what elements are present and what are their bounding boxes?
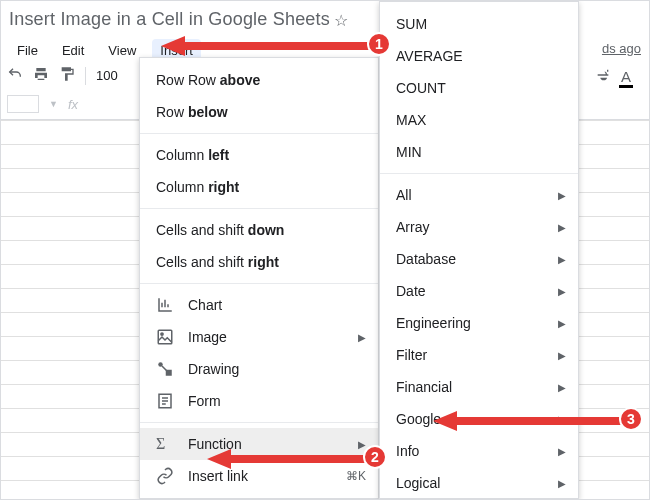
toolbar-separator: [85, 67, 86, 85]
function-icon: Σ: [156, 435, 174, 453]
func-sum[interactable]: SUM: [380, 8, 578, 40]
submenu-arrow-icon: ▶: [558, 382, 566, 393]
submenu-arrow-icon: ▶: [558, 222, 566, 233]
callout-2: 2: [363, 445, 387, 469]
menu-edit[interactable]: Edit: [54, 39, 92, 62]
annotation-arrow-3: [433, 409, 633, 433]
func-filter[interactable]: Filter▶: [380, 339, 578, 371]
toolbar: 100: [7, 66, 118, 85]
menu-row-below[interactable]: Row below: [140, 96, 378, 128]
menu-row-above[interactable]: Row Row aboveRow above: [140, 64, 378, 96]
svg-rect-3: [166, 370, 172, 376]
submenu-arrow-icon: ▶: [558, 478, 566, 489]
menu-item-label: Drawing: [188, 361, 239, 377]
menu-chart[interactable]: Chart: [140, 289, 378, 321]
func-average[interactable]: AVERAGE: [380, 40, 578, 72]
undo-icon[interactable]: [7, 66, 23, 85]
zoom-selector[interactable]: 100: [96, 68, 118, 83]
menu-separator: [380, 173, 578, 174]
submenu-arrow-icon: ▶: [558, 190, 566, 201]
svg-marker-5: [161, 36, 375, 56]
func-count[interactable]: COUNT: [380, 72, 578, 104]
svg-marker-7: [433, 411, 627, 431]
star-icon[interactable]: ☆: [334, 11, 348, 30]
drawing-icon: [156, 360, 174, 378]
submenu-arrow-icon: ▶: [558, 446, 566, 457]
name-box-dropdown-icon[interactable]: ▼: [49, 99, 58, 109]
keyboard-shortcut: ⌘K: [346, 469, 366, 483]
formula-bar: ▼ fx: [7, 95, 78, 113]
text-color-icon[interactable]: A: [621, 68, 631, 85]
menu-item-label: Form: [188, 393, 221, 409]
print-icon[interactable]: [33, 66, 49, 85]
func-array[interactable]: Array▶: [380, 211, 578, 243]
submenu-arrow-icon: ▶: [358, 332, 366, 343]
menu-cells-down[interactable]: Cells and shift down: [140, 214, 378, 246]
menu-separator: [140, 208, 378, 209]
func-date[interactable]: Date▶: [380, 275, 578, 307]
func-max[interactable]: MAX: [380, 104, 578, 136]
callout-3: 3: [619, 407, 643, 431]
func-min[interactable]: MIN: [380, 136, 578, 168]
text-format-tools: A: [595, 67, 631, 86]
svg-marker-6: [207, 449, 371, 469]
menu-file[interactable]: File: [9, 39, 46, 62]
paint-format-icon[interactable]: [59, 66, 75, 85]
strikethrough-icon[interactable]: [595, 67, 611, 86]
submenu-arrow-icon: ▶: [558, 350, 566, 361]
menu-separator: [140, 133, 378, 134]
menu-column-left[interactable]: Column left: [140, 139, 378, 171]
image-icon: [156, 328, 174, 346]
func-info[interactable]: Info▶: [380, 435, 578, 467]
last-edit-link[interactable]: ds ago: [602, 41, 641, 56]
menu-image[interactable]: Image ▶: [140, 321, 378, 353]
annotation-arrow-1: [161, 34, 381, 58]
chart-icon: [156, 296, 174, 314]
insert-dropdown-menu: Row Row aboveRow above Row below Column …: [139, 57, 379, 499]
annotation-arrow-2: [207, 447, 377, 471]
menu-item-label: Chart: [188, 297, 222, 313]
document-title[interactable]: Insert Image in a Cell in Google Sheets: [9, 9, 330, 30]
fx-icon: fx: [68, 97, 78, 112]
menu-drawing[interactable]: Drawing: [140, 353, 378, 385]
submenu-arrow-icon: ▶: [558, 318, 566, 329]
menu-column-right[interactable]: Column right: [140, 171, 378, 203]
callout-1: 1: [367, 32, 391, 56]
link-icon: [156, 467, 174, 485]
func-engineering[interactable]: Engineering▶: [380, 307, 578, 339]
menu-separator: [140, 422, 378, 423]
form-icon: [156, 392, 174, 410]
menu-form[interactable]: Form: [140, 385, 378, 417]
submenu-arrow-icon: ▶: [558, 254, 566, 265]
func-logical[interactable]: Logical▶: [380, 467, 578, 499]
name-box[interactable]: [7, 95, 39, 113]
func-database[interactable]: Database▶: [380, 243, 578, 275]
svg-rect-0: [158, 330, 172, 344]
func-financial[interactable]: Financial▶: [380, 371, 578, 403]
svg-point-1: [161, 333, 163, 335]
menu-item-label: Image: [188, 329, 227, 345]
func-all[interactable]: All▶: [380, 179, 578, 211]
menu-cells-right[interactable]: Cells and shift right: [140, 246, 378, 278]
menu-view[interactable]: View: [100, 39, 144, 62]
menu-separator: [140, 283, 378, 284]
submenu-arrow-icon: ▶: [558, 286, 566, 297]
